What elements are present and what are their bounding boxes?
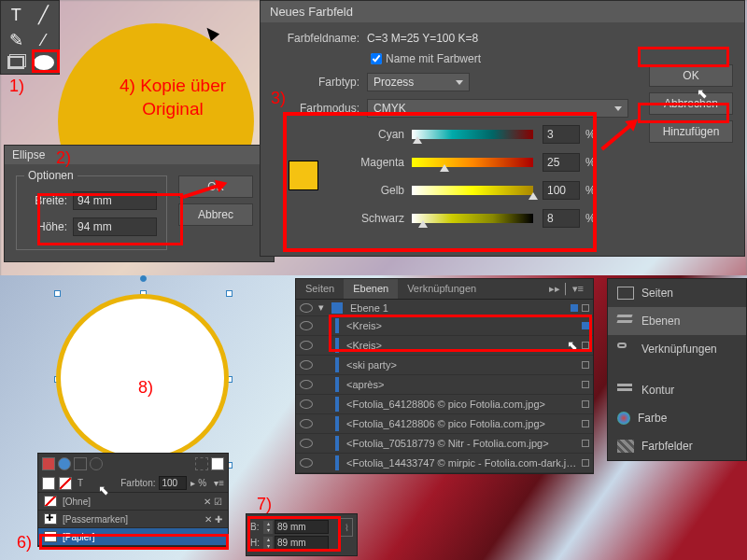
layer-row[interactable]: <Fotolia_14433747 © mirpic - Fotolia.com…	[296, 454, 593, 473]
height-label: Höhe:	[26, 220, 73, 233]
rect-frame-tool[interactable]	[3, 53, 30, 72]
layer-row[interactable]: <après>	[296, 375, 593, 395]
name-with-value-checkbox[interactable]	[371, 53, 382, 64]
gelb-label: Gelb	[348, 184, 404, 197]
layer-row[interactable]: ▾Ebene 1	[296, 300, 593, 316]
gelb-input[interactable]	[543, 181, 580, 200]
b-stepper[interactable]: ▴▾	[263, 521, 273, 534]
color-mode-label: Farbmodus:	[274, 102, 367, 115]
width-label: Breite:	[26, 194, 73, 207]
right-dock: Seiten Ebenen Verknüpfungen Kontur Farbe…	[607, 278, 747, 461]
dock-seiten[interactable]: Seiten	[608, 279, 746, 307]
tab-ebenen[interactable]: Ebenen	[344, 279, 398, 299]
cancel-button[interactable]: Abbrec	[178, 203, 253, 226]
dock-kontur[interactable]: Kontur	[608, 376, 746, 404]
layer-row[interactable]: <Kreis>⬉	[296, 336, 593, 356]
swatches-panel: T Farbton: ▸ % ▾≡ [Ohne]✕ ☑ [Passermarke…	[37, 453, 229, 547]
schwarz-slider[interactable]	[412, 214, 533, 223]
width-input[interactable]	[73, 191, 157, 210]
cyan-slider[interactable]	[412, 130, 533, 139]
name-with-value-label: Name mit Farbwert	[386, 52, 481, 65]
dock-farbfelder[interactable]: Farbfelder	[608, 432, 746, 460]
layer-row[interactable]: <Kreis>	[296, 316, 593, 336]
layer-row[interactable]: <Fotolia_64128806 © pico Fotolia.com.jpg…	[296, 395, 593, 414]
new-swatch-title: Neues Farbfeld	[261, 1, 744, 22]
farb-add-button[interactable]: Hinzufügen	[649, 120, 733, 143]
layers-panel: Seiten Ebenen Verknüpfungen ▸▸ │ ▾≡ ▾Ebe…	[295, 278, 594, 474]
swatch-name-label: Farbfeldname:	[274, 32, 367, 45]
annotation-1: 1)	[9, 77, 24, 96]
magenta-input[interactable]	[543, 153, 580, 172]
color-preview-swatch	[289, 161, 318, 190]
color-type-label: Farbtyp:	[274, 76, 367, 89]
swatch-name-value: C=3 M=25 Y=100 K=8	[367, 32, 478, 45]
tint-input[interactable]	[159, 476, 187, 490]
swatch-none[interactable]: [Ohne]✕ ☑	[38, 493, 228, 511]
dimensions-panel: B: ▴▾ H: ▴▾ ⌇	[246, 513, 358, 556]
b-input[interactable]	[275, 520, 329, 534]
farb-cancel-button[interactable]: Abbrechen	[649, 92, 733, 115]
color-mode-dropdown[interactable]: CMYK	[367, 99, 628, 118]
pencil-tool[interactable]: ✎	[3, 28, 30, 52]
tab-verknuepfungen[interactable]: Verknüpfungen	[398, 279, 486, 299]
eyedropper-tool[interactable]: ⁄	[31, 28, 58, 52]
magenta-slider[interactable]	[412, 158, 533, 167]
line-tool[interactable]: ╱	[31, 3, 58, 27]
new-swatch-dialog: Neues Farbfeld Farbfeldname: C=3 M=25 Y=…	[260, 0, 745, 257]
tool-panel: T ╱ ✎ ⁄	[0, 0, 60, 75]
h-stepper[interactable]: ▴▾	[263, 537, 273, 550]
cyan-label: Cyan	[348, 128, 404, 141]
dock-farbe[interactable]: Farbe	[608, 404, 746, 432]
magenta-label: Magenta	[348, 156, 404, 169]
b-label: B:	[250, 522, 263, 532]
link-dimensions-icon[interactable]: ⌇	[340, 518, 353, 537]
swatch-paper[interactable]: [Papier]	[38, 528, 228, 546]
layer-row[interactable]: <ski party>	[296, 356, 593, 375]
white-ellipse[interactable]	[56, 294, 229, 462]
layer-row[interactable]: <Fotolia_70518779 © Nitr - Fotolia.com.j…	[296, 434, 593, 454]
dock-verknuepfungen[interactable]: Verknüpfungen	[608, 335, 746, 363]
ellipse-tool[interactable]	[31, 53, 58, 72]
h-input[interactable]	[275, 536, 329, 550]
swatch-registration[interactable]: [Passermarken]✕ ✚	[38, 511, 228, 528]
tint-label: Farbton:	[120, 478, 155, 488]
options-label: Optionen	[24, 169, 78, 182]
type-tool[interactable]: T	[3, 3, 30, 27]
layer-row[interactable]: <Fotolia_64128806 © pico Fotolia.com.jpg…	[296, 414, 593, 434]
cyan-input[interactable]	[543, 125, 580, 144]
dock-ebenen[interactable]: Ebenen	[608, 307, 746, 335]
ellipse-dialog-title: Ellipse	[5, 146, 274, 164]
farb-ok-button[interactable]: OK	[649, 64, 733, 87]
color-type-dropdown[interactable]: Prozess	[367, 73, 470, 91]
h-label: H:	[250, 538, 263, 548]
panel-menu-icon[interactable]: ▸▸ │ ▾≡	[540, 279, 593, 299]
height-input[interactable]	[73, 217, 157, 236]
gelb-slider[interactable]	[412, 186, 533, 195]
ellipse-dialog: Ellipse Optionen Breite: Höhe: OK Abb	[4, 145, 275, 262]
schwarz-input[interactable]	[543, 209, 580, 228]
schwarz-label: Schwarz	[348, 212, 404, 225]
tab-seiten[interactable]: Seiten	[296, 279, 344, 299]
